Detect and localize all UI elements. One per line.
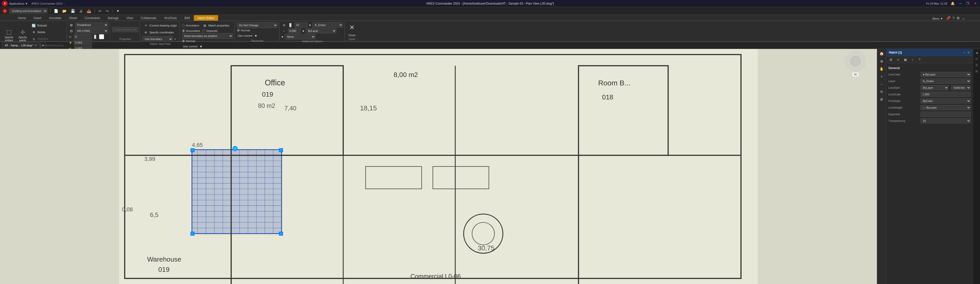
group-boundary-settings: ⬚ Specifyentities ⊹ Specifypoints 🔄 Rebu…	[1, 22, 67, 41]
restore-btn[interactable]: ❐	[965, 1, 970, 6]
printstyle-label: PrintStyle	[888, 100, 919, 103]
current-drawing-origin-btn[interactable]: ⌖ Current drawing origin	[142, 22, 178, 29]
redo-btn[interactable]: ↪	[105, 8, 110, 14]
open-btn[interactable]: 📂	[61, 8, 68, 14]
use-current2-btn[interactable]: Use current ▼	[237, 33, 259, 39]
pt-btn-4[interactable]: ↕	[909, 57, 915, 62]
tab-bim[interactable]: BIM	[181, 15, 194, 21]
tab-sheet[interactable]: Sheet	[65, 15, 81, 21]
match-properties-btn[interactable]: ⊞ Match properties	[201, 22, 231, 29]
ao-icon2: ▊	[288, 22, 293, 27]
normal-radio[interactable]: Normal	[182, 40, 195, 43]
specify-points-btn[interactable]: ⊹ Specifypoints	[16, 28, 29, 43]
layer-select-prop[interactable]: A_Grass	[921, 79, 971, 84]
rt-home-btn[interactable]: 🏠	[878, 50, 885, 57]
dropdown-btn[interactable]: ▼	[115, 8, 121, 14]
pattern-type-select[interactable]: Predefined	[75, 22, 108, 27]
frt-btn-4[interactable]: ⊞	[974, 68, 980, 74]
drawing-canvas: Office 019 80 m2 8,00 m2 Room B... 018 W…	[0, 49, 877, 284]
scale-sheets-btn[interactable]: Scale sheet's unit	[112, 27, 138, 32]
pin-btn[interactable]: 📌	[945, 16, 951, 21]
tab-home[interactable]: Home	[14, 15, 30, 21]
a-grass-select[interactable]: A_Grass	[312, 22, 343, 27]
printstyle-select[interactable]: ByColor	[921, 98, 971, 103]
settings-btn[interactable]: ⚙	[956, 16, 961, 21]
frt-btn-2[interactable]: ⊡	[974, 56, 980, 62]
file-tab-1-close[interactable]: ✕	[35, 44, 37, 47]
ph-close-btn[interactable]: ✕	[967, 50, 970, 55]
angle-input[interactable]	[74, 34, 92, 39]
save-btn[interactable]: 💾	[70, 8, 76, 14]
rt-settings-btn[interactable]: ⚙	[878, 96, 885, 103]
minimize-btn[interactable]: ─	[958, 1, 963, 6]
ao-dot3: ●	[282, 35, 283, 38]
placement-normal-radio[interactable]: Normal	[237, 29, 250, 32]
pattern-row-4: ⚡	[69, 40, 108, 45]
ph-minimize-btn[interactable]: ─	[963, 50, 966, 55]
bylayer-select[interactable]: ByLayer	[306, 28, 336, 33]
canvas-area[interactable]: Office 019 80 m2 8,00 m2 Room B... 018 W…	[0, 49, 877, 284]
new-btn[interactable]: 📄	[53, 8, 59, 14]
undo-btn[interactable]: ↩	[97, 8, 103, 14]
specify-entities-btn[interactable]: ⬚ Specifyentities	[3, 28, 15, 43]
solidline-select[interactable]: Solid line	[951, 85, 971, 90]
help-btn[interactable]: ?	[951, 16, 956, 21]
print-btn[interactable]: 🖨	[78, 8, 84, 14]
tab-view[interactable]: View	[123, 15, 137, 21]
add-tab-btn[interactable]: +	[40, 43, 46, 48]
linestyle-select[interactable]: ByLayer	[921, 85, 948, 90]
pattern-name-select[interactable]: AR-CONC	[75, 28, 108, 33]
frt-btn-1[interactable]: ◀	[974, 50, 980, 56]
nav-circle[interactable]	[845, 51, 865, 71]
tab-annotate[interactable]: Annotate	[45, 15, 65, 21]
normal-label: Normal	[186, 40, 195, 43]
notification-btn[interactable]: 🔔	[950, 1, 956, 6]
use-current-btn[interactable]: Use current ▼	[182, 43, 205, 49]
use-boundary-checkmark[interactable]: ✓	[174, 37, 177, 41]
annotative-radio[interactable]: Annotative	[182, 24, 199, 27]
specify-coordinates-btn[interactable]: ✛ Specify coordinates	[142, 29, 175, 35]
ribbon: ⬚ Specifyentities ⊹ Specifypoints 🔄 Rebu…	[0, 21, 980, 42]
rt-zoom-out-btn[interactable]: −	[878, 81, 885, 88]
tab-xtratools[interactable]: XtraTools	[160, 15, 181, 21]
file-tab-1[interactable]: AT - Samp... L00.dwg* ✕	[2, 43, 40, 48]
pt-btn-help[interactable]: ?	[916, 57, 923, 62]
tab-manage[interactable]: Manage	[104, 15, 123, 21]
use-boundary-select[interactable]: Use boundary	[142, 36, 173, 42]
applications-menu[interactable]: Applications ▼	[9, 2, 28, 5]
rt-zoom-in-btn[interactable]: +	[878, 73, 885, 80]
rebuild-btn[interactable]: 🔄 Rebuild	[30, 22, 48, 29]
pt-btn-1[interactable]: ⊞	[888, 57, 894, 62]
tab-constraints[interactable]: Constraints	[81, 15, 104, 21]
menu-right-btn[interactable]: Menu ▼	[932, 17, 944, 21]
lineweight-select[interactable]: — ByLayer	[921, 105, 971, 110]
ao-num-input1[interactable]	[295, 22, 307, 27]
separate-radio[interactable]: Separate	[202, 29, 218, 32]
linecolor-select[interactable]: ● ByLayer	[921, 72, 971, 77]
highlight-btn[interactable]: ◉ Highlight	[30, 36, 49, 42]
keep-boundary-select[interactable]: Keep boundary as polyline	[182, 33, 233, 39]
close-x-btn[interactable]: ✕	[347, 22, 357, 33]
delete-btn[interactable]: ✕ Delete	[30, 29, 46, 35]
tab-hatch-editor[interactable]: Hatch Editor	[194, 15, 218, 21]
ao-row-1: ⊞ ▊ ● A_Grass	[282, 22, 343, 27]
rt-rotate-btn[interactable]: ↻	[878, 88, 885, 95]
frt-btn-3[interactable]: ☰	[974, 62, 980, 68]
expand-ribbon-btn[interactable]: ⌄	[961, 16, 966, 21]
scale-input[interactable]	[74, 40, 92, 45]
associative-radio[interactable]: Associative	[182, 29, 200, 32]
color-swatch[interactable]	[99, 34, 104, 39]
workspace-selector[interactable]: Drafting and Annotation	[9, 8, 48, 14]
tab-insert[interactable]: Insert	[30, 15, 45, 21]
close-btn[interactable]: ✕	[973, 1, 978, 6]
transparency-select[interactable]: 10	[921, 118, 971, 124]
ao-num-input2[interactable]	[288, 28, 301, 33]
publish-btn[interactable]: 📤	[86, 8, 92, 14]
pt-btn-2[interactable]: ≡	[895, 57, 901, 62]
do-not-change-select[interactable]: Do Not Change	[237, 22, 278, 28]
tab-collaborate[interactable]: Collaborate	[137, 15, 160, 21]
rt-zoom-btn[interactable]: ⊕	[878, 58, 885, 65]
pt-btn-3[interactable]: ▦	[902, 57, 908, 62]
rt-pan-btn[interactable]: ✋	[878, 65, 885, 72]
none-select[interactable]: None	[285, 34, 315, 39]
